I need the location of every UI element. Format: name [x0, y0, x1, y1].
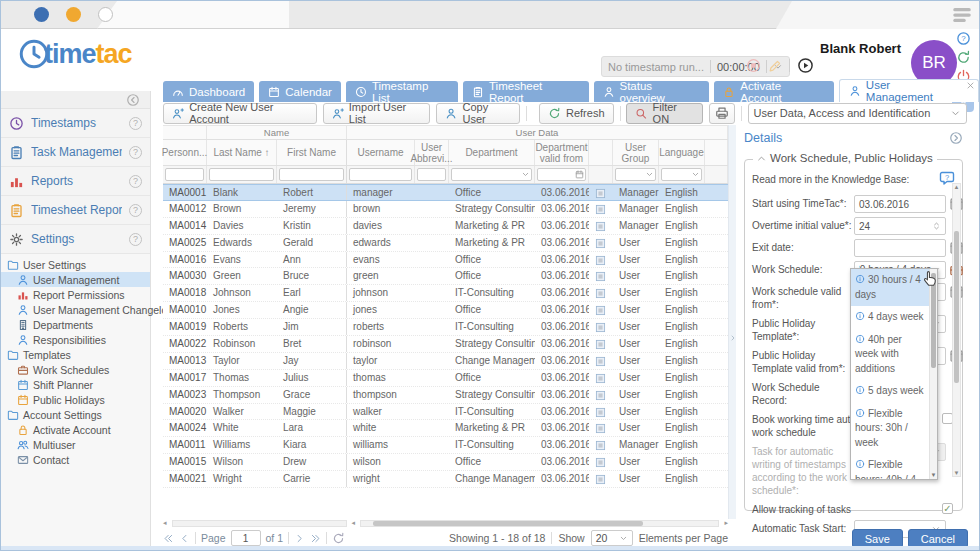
filter-last-name-input[interactable] [209, 168, 274, 181]
main-tab[interactable]: Dashboard [163, 81, 254, 102]
sidebar-item[interactable]: Reports ? [1, 167, 150, 196]
dropdown-scrollbar[interactable]: ▼ [929, 269, 937, 479]
col-valid-from[interactable]: Department valid from [535, 140, 589, 165]
table-row[interactable]: MA0022 Robinson Bret robinson Strategy C… [163, 336, 728, 353]
col-first-name[interactable]: First Name [277, 140, 347, 165]
col-username[interactable]: Username [347, 140, 415, 165]
table-row[interactable]: MA0013 Taylor Jay taylor Change Manageme… [163, 353, 728, 370]
sidebar-tree-item[interactable]: Report Permissions [1, 287, 150, 302]
sidebar-tree-item[interactable]: User Settings [1, 257, 150, 272]
dropdown-option[interactable]: 40h per week with additions [851, 329, 929, 381]
table-row[interactable]: MA0010 Jones Angie jones Office 03.06.20… [163, 302, 728, 319]
sidebar-tree-item[interactable]: Multiuser [1, 437, 150, 452]
table-row[interactable]: MA0012 Brown Jeremy brown Strategy Consu… [163, 201, 728, 218]
sidebar-tree-item[interactable]: Account Settings [1, 407, 150, 422]
details-scrollbar[interactable]: ▲ ▼ [952, 183, 961, 477]
col-personnel[interactable]: Personn... [163, 140, 207, 165]
dropdown-option[interactable]: 4 days week [851, 306, 929, 329]
print-button[interactable] [709, 103, 735, 124]
filter-user-group-select[interactable] [615, 168, 656, 181]
col-user-group[interactable]: User Group [613, 140, 659, 165]
help-icon[interactable]: ? [129, 204, 142, 217]
sidebar-item[interactable]: Settings ? [1, 225, 150, 254]
overtime-input[interactable]: 24 [854, 217, 946, 235]
table-row[interactable]: MA0015 Wilson Drew wilson Office 03.06.2… [163, 454, 728, 471]
help-icon[interactable]: ? [129, 233, 142, 246]
dropdown-option[interactable]: Flexible hours: 30h / week [851, 403, 929, 455]
sidebar-tree-item[interactable]: Shift Planner [1, 377, 150, 392]
sidebar-tree-item[interactable]: User Management [1, 272, 150, 287]
sidebar-collapse-bar[interactable] [1, 91, 150, 109]
import-user-list-button[interactable]: Import User List [323, 103, 431, 124]
dropdown-option[interactable]: Flexible hours: 40h / 4 [851, 454, 929, 480]
allow-tracking-checkbox[interactable]: ✓ [942, 503, 953, 514]
dropdown-option[interactable]: 30 hours / 4 days [851, 269, 929, 306]
main-tab[interactable]: Status overview [594, 81, 710, 102]
scroll-thumb[interactable] [373, 521, 643, 526]
window-dot-blue[interactable] [34, 7, 49, 22]
help-icon[interactable]: ? [129, 175, 142, 188]
exit-date-input[interactable] [854, 239, 946, 257]
main-tab[interactable]: User Management [839, 79, 979, 102]
sidebar-tree-item[interactable]: Templates [1, 347, 150, 362]
col-department[interactable]: Department [449, 140, 535, 165]
frozen-scroll-track[interactable] [172, 520, 347, 527]
page-size-select[interactable]: 20 [591, 530, 633, 546]
col-abbreviation[interactable]: User Abbrevi... [415, 140, 449, 165]
help-icon[interactable]: ? [129, 117, 142, 130]
create-user-button[interactable]: Create New User Account [163, 103, 317, 124]
table-row[interactable]: MA0019 Roberts Jim roberts IT-Consulting… [163, 319, 728, 336]
table-row[interactable]: MA0018 Johnson Earl johnson IT-Consultin… [163, 285, 728, 302]
col-last-name[interactable]: Last Name ↑ [207, 140, 277, 165]
table-row[interactable]: MA0020 Walker Maggie walker IT-Consultin… [163, 404, 728, 421]
page-number-input[interactable] [231, 530, 261, 546]
main-tab[interactable]: Calendar [259, 81, 341, 102]
col-language[interactable]: Language [659, 140, 705, 165]
sidebar-item[interactable]: Timestamps ? [1, 109, 150, 138]
sidebar-tree-item[interactable]: Responsibilities [1, 332, 150, 347]
start-date-input[interactable]: 03.06.2016 [854, 195, 946, 213]
sidebar-tree-item[interactable]: Public Holidays [1, 392, 150, 407]
sidebar-item[interactable]: Task Management ? [1, 138, 150, 167]
table-row[interactable]: MA0030 Green Bruce green Office 03.06.20… [163, 268, 728, 285]
dropdown-option[interactable]: 5 days week [851, 380, 929, 403]
filter-first-name-input[interactable] [279, 168, 344, 181]
table-row[interactable]: MA0017 Thomas Julius thomas Office 03.06… [163, 370, 728, 387]
filter-personnel-input[interactable] [165, 168, 204, 181]
table-row[interactable]: MA0016 Evans Ann evans Office 03.06.2016… [163, 252, 728, 269]
table-row[interactable]: MA0001 Blank Robert manager Office 03.06… [163, 184, 728, 201]
filter-abbrev-input[interactable] [417, 168, 446, 181]
sidebar-item[interactable]: Timesheet Report ? [1, 196, 150, 225]
main-tab[interactable]: Activate Account [714, 81, 834, 102]
current-user-name[interactable]: Blank Robert [820, 41, 901, 56]
table-row[interactable]: MA0023 Thompson Grace thompson Strategy … [163, 387, 728, 404]
details-scroll-thumb[interactable] [954, 231, 959, 383]
filter-on-button[interactable]: Filter ON [626, 103, 702, 124]
help-icon[interactable]: ? [129, 146, 142, 159]
window-dot-yellow[interactable] [66, 7, 81, 22]
main-tab[interactable]: Timestamp List [346, 81, 458, 102]
copy-user-button[interactable]: Copy User [436, 103, 520, 124]
window-dot-white[interactable] [98, 7, 113, 22]
table-row[interactable]: MA0011 Williams Kiara williams IT-Consul… [163, 437, 728, 454]
refresh-button[interactable]: Refresh [539, 103, 614, 124]
filter-language-select[interactable] [661, 168, 702, 181]
sidebar-tree-item[interactable]: Work Schedules [1, 362, 150, 377]
table-row[interactable]: MA0024 White Lara white Marketing & PR 0… [163, 420, 728, 437]
sidebar-tree-item[interactable]: Contact [1, 452, 150, 467]
table-row[interactable]: MA0014 Davies Kristin davies Marketing &… [163, 218, 728, 235]
table-row[interactable]: MA0025 Edwards Gerald edwards Marketing … [163, 235, 728, 252]
sidebar-tree-item[interactable]: User Management Changelog [1, 302, 150, 317]
filter-username-input[interactable] [349, 168, 412, 181]
main-scroll-track[interactable] [360, 520, 719, 527]
filter-date-picker[interactable] [537, 168, 586, 181]
view-select[interactable]: User Data, Access and Identification [748, 103, 967, 124]
scroll-left-icon[interactable]: ◂ [163, 519, 167, 527]
filter-department-select[interactable] [451, 168, 532, 181]
scroll-left-icon[interactable]: ◂ [352, 519, 356, 527]
sidebar-tree-item[interactable]: Activate Account [1, 422, 150, 437]
main-tab[interactable]: Timesheet Report [463, 81, 589, 102]
panel-splitter[interactable] [728, 125, 736, 519]
scroll-right-icon[interactable]: ▸ [724, 519, 728, 527]
table-row[interactable]: MA0021 Wright Carrie wright Change Manag… [163, 471, 728, 488]
